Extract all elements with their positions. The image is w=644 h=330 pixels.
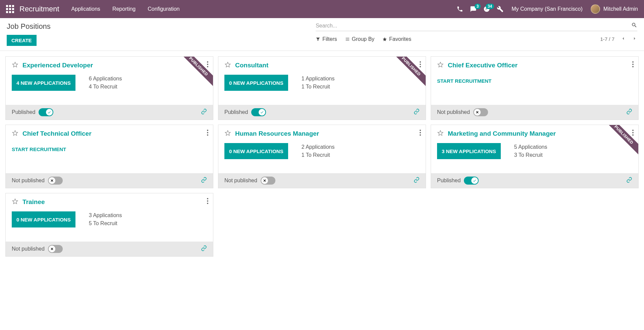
svg-point-3: [420, 61, 421, 63]
publish-toggle[interactable]: [48, 177, 63, 185]
job-title-link[interactable]: Chief Technical Officer: [22, 130, 92, 137]
job-card: Chief Executive OfficerSTART RECRUITMENT…: [431, 56, 639, 120]
tools-icon[interactable]: [497, 6, 503, 12]
page-title: Job Positions: [7, 22, 316, 31]
svg-point-4: [420, 64, 421, 65]
link-icon[interactable]: [414, 109, 420, 116]
link-icon[interactable]: [626, 109, 632, 116]
new-applications-button[interactable]: 4 NEW APPLICATIONS: [12, 75, 75, 91]
card-menu-icon[interactable]: [632, 130, 634, 137]
avatar: [591, 4, 600, 14]
job-stats: 5 Applications3 To Recruit: [514, 143, 547, 159]
user-menu[interactable]: Mitchell Admin: [591, 4, 638, 14]
job-title-link[interactable]: Marketing and Community Manager: [448, 130, 556, 137]
job-stats: 3 Applications5 To Recruit: [89, 211, 122, 227]
job-title-link[interactable]: Chief Executive Officer: [448, 62, 518, 69]
publish-toggle[interactable]: [39, 108, 53, 116]
link-icon[interactable]: [626, 177, 632, 184]
job-stats: 6 Applications4 To Recruit: [89, 75, 122, 91]
svg-point-10: [207, 132, 208, 133]
search-input[interactable]: [316, 23, 631, 29]
pager-prev[interactable]: [621, 36, 626, 42]
svg-point-15: [632, 130, 634, 131]
job-stats: 2 Applications1 To Recruit: [302, 143, 335, 159]
new-applications-button[interactable]: 3 NEW APPLICATIONS: [437, 143, 501, 159]
card-menu-icon[interactable]: [420, 130, 421, 137]
job-title-link[interactable]: Trainee: [22, 198, 45, 206]
activities-badge: 34: [486, 4, 494, 9]
svg-point-9: [207, 130, 208, 131]
svg-point-19: [207, 200, 208, 202]
job-card: PUBLISHEDExperienced Developer4 NEW APPL…: [5, 56, 213, 120]
link-icon[interactable]: [201, 177, 207, 184]
svg-point-1: [207, 64, 208, 65]
svg-point-14: [420, 134, 421, 136]
link-icon[interactable]: [201, 245, 207, 253]
favorite-star-icon[interactable]: [224, 61, 231, 69]
search-icon[interactable]: [631, 22, 637, 29]
favorites-button[interactable]: Favorites: [382, 36, 411, 42]
link-icon[interactable]: [414, 177, 420, 184]
control-panel: Job Positions CREATE Filters Grou: [0, 18, 644, 51]
create-button[interactable]: CREATE: [7, 35, 37, 46]
svg-point-20: [207, 203, 208, 204]
job-stats: 1 Applications1 To Recruit: [302, 75, 335, 91]
publish-toggle[interactable]: [473, 108, 488, 116]
publish-toggle[interactable]: [251, 108, 266, 116]
group-by-button[interactable]: Group By: [345, 36, 375, 42]
publish-label: Not published: [12, 246, 45, 252]
new-applications-button[interactable]: 0 NEW APPLICATIONS: [12, 211, 75, 227]
publish-toggle[interactable]: [261, 177, 275, 185]
new-applications-button[interactable]: 0 NEW APPLICATIONS: [224, 75, 288, 91]
new-applications-button[interactable]: 0 NEW APPLICATIONS: [224, 143, 288, 159]
card-menu-icon[interactable]: [420, 61, 421, 69]
job-title-link[interactable]: Human Resources Manager: [235, 130, 319, 137]
link-icon[interactable]: [201, 109, 207, 116]
apps-icon[interactable]: [6, 5, 14, 13]
messages-badge: 3: [475, 4, 481, 9]
kanban-board: PUBLISHEDExperienced Developer4 NEW APPL…: [0, 51, 644, 262]
job-card: Human Resources Manager0 NEW APPLICATION…: [218, 125, 426, 188]
start-recruitment-button[interactable]: START RECRUITMENT: [12, 143, 66, 155]
favorite-star-icon[interactable]: [12, 130, 18, 138]
company-selector[interactable]: My Company (San Francisco): [512, 6, 583, 12]
svg-point-5: [420, 66, 421, 67]
funnel-icon: [316, 37, 320, 42]
favorite-star-icon[interactable]: [437, 130, 444, 138]
app-brand[interactable]: Recruitment: [19, 5, 59, 13]
card-menu-icon[interactable]: [207, 198, 208, 205]
publish-toggle[interactable]: [48, 245, 63, 253]
svg-point-17: [632, 134, 634, 136]
favorite-star-icon[interactable]: [437, 61, 444, 69]
card-menu-icon[interactable]: [632, 61, 634, 69]
phone-icon[interactable]: [457, 6, 463, 12]
nav-applications[interactable]: Applications: [71, 6, 100, 12]
svg-point-18: [207, 198, 208, 199]
card-menu-icon[interactable]: [207, 61, 208, 69]
publish-label: Published: [12, 109, 35, 115]
publish-toggle[interactable]: [464, 177, 479, 185]
card-footer: Not published: [218, 173, 426, 188]
svg-point-8: [632, 66, 634, 67]
filters-button[interactable]: Filters: [316, 36, 337, 42]
pager-text: 1-7 / 7: [600, 36, 614, 42]
svg-point-11: [207, 134, 208, 136]
nav-configuration[interactable]: Configuration: [148, 6, 179, 12]
job-title-link[interactable]: Consultant: [235, 62, 268, 69]
svg-point-2: [207, 66, 208, 67]
favorite-star-icon[interactable]: [12, 198, 18, 206]
favorite-star-icon[interactable]: [224, 130, 231, 138]
start-recruitment-button[interactable]: START RECRUITMENT: [437, 75, 491, 87]
user-name: Mitchell Admin: [603, 6, 638, 12]
activities-icon[interactable]: 34: [483, 6, 490, 12]
svg-point-12: [420, 130, 421, 131]
nav-reporting[interactable]: Reporting: [112, 6, 136, 12]
messages-icon[interactable]: 3: [470, 6, 477, 12]
publish-label: Not published: [12, 178, 45, 184]
card-menu-icon[interactable]: [207, 130, 208, 137]
job-card: PUBLISHEDConsultant0 NEW APPLICATIONS1 A…: [218, 56, 426, 120]
pager-next[interactable]: [632, 36, 637, 42]
job-title-link[interactable]: Experienced Developer: [22, 62, 93, 69]
svg-point-13: [420, 132, 421, 133]
favorite-star-icon[interactable]: [12, 61, 18, 69]
